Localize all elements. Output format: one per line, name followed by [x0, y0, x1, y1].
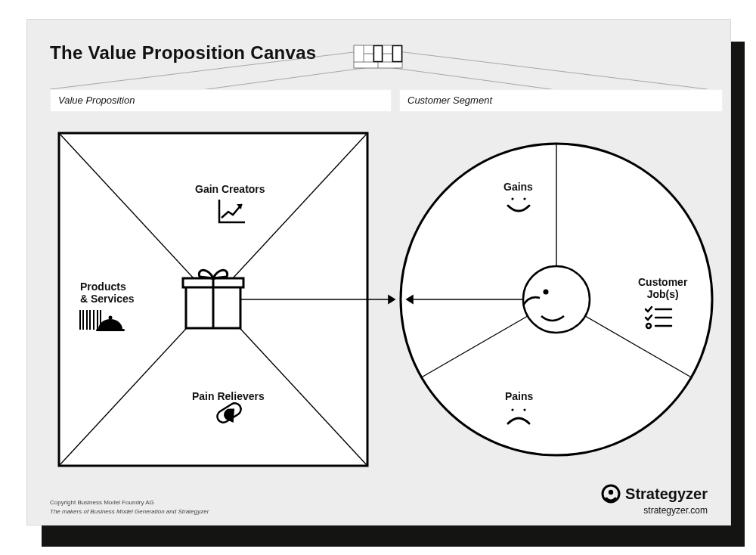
svg-point-47 [523, 408, 525, 411]
label-customer-jobs: Customer Job(s) [638, 276, 687, 300]
label-gains: Gains [503, 181, 533, 193]
svg-point-46 [511, 408, 513, 411]
svg-point-27 [523, 266, 590, 333]
copyright-line-2: The makers of Business Model Generation … [50, 507, 209, 516]
label-pains: Pains [505, 390, 533, 402]
gift-icon [183, 270, 243, 328]
vpc-diagram [27, 20, 730, 525]
svg-point-45 [523, 197, 525, 200]
svg-point-28 [544, 290, 549, 295]
svg-marker-30 [389, 296, 395, 303]
label-gain-creators: Gain Creators [195, 183, 265, 195]
svg-point-44 [511, 197, 513, 200]
svg-point-53 [609, 490, 613, 495]
svg-point-41 [109, 316, 113, 320]
brand-name: Strategyzer [625, 485, 708, 503]
copyright-line-1: Copyright Business Model Foundry AG [50, 498, 154, 507]
label-pain-relievers: Pain Relievers [192, 390, 265, 402]
label-products-services: Products & Services [80, 281, 135, 305]
brand-logo: Strategyzer [601, 484, 708, 504]
customer-face-icon [523, 266, 590, 333]
brand-url: strategyzer.com [643, 505, 708, 516]
svg-rect-40 [96, 329, 125, 331]
canvas-sheet: The Value Proposition Canvas [26, 19, 731, 526]
strategyzer-mark-icon [601, 484, 621, 504]
